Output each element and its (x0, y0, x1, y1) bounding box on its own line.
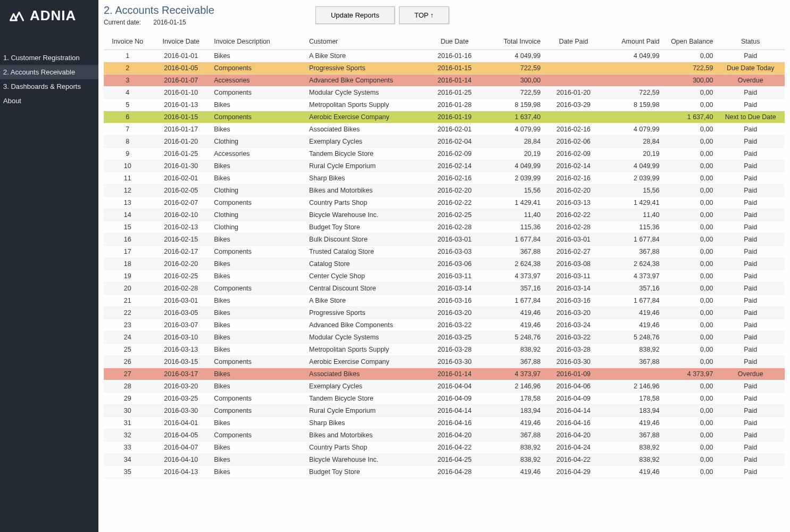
cell-open: 0,00 (663, 148, 717, 160)
table-row[interactable]: 102016-01-30BikesRural Cycle Emporium201… (104, 160, 785, 172)
table-row[interactable]: 172016-02-17ComponentsTrusted Catalog St… (104, 246, 785, 258)
table-row[interactable]: 32016-01-07AccessoriesAdvanced Bike Comp… (104, 74, 785, 87)
cell-open: 0,00 (663, 87, 717, 99)
column-header[interactable]: Invoice Description (211, 36, 306, 50)
table-row[interactable]: 142016-02-10ClothingBicycle Warehouse In… (104, 209, 785, 221)
cell-idate: 2016-03-01 (151, 295, 211, 307)
top-button[interactable]: TOP ↑ (399, 6, 449, 24)
cell-amtpaid: 11,40 (603, 209, 663, 221)
cell-idate: 2016-02-20 (151, 258, 211, 270)
column-header[interactable]: Due Date (425, 36, 485, 50)
cell-total: 15,56 (484, 185, 544, 197)
table-row[interactable]: 112016-02-01BikesSharp Bikes2016-02-162 … (104, 172, 785, 185)
table-row[interactable]: 332016-04-07BikesCountry Parts Shop2016-… (104, 442, 785, 454)
table-row[interactable]: 22016-01-05ComponentsProgressive Sports2… (104, 62, 785, 74)
table-row[interactable]: 262016-03-15ComponentsAerobic Exercise C… (104, 356, 785, 368)
cell-amtpaid: 838,92 (603, 442, 663, 454)
current-date-row: Current date: 2016-01-15 (104, 19, 214, 26)
table-row[interactable]: 212016-03-01BikesA Bike Store2016-03-161… (104, 295, 785, 307)
table-row[interactable]: 62016-01-15ComponentsAerobic Exercise Co… (104, 111, 785, 123)
column-header[interactable]: Status (716, 36, 785, 50)
table-row[interactable]: 222016-03-05BikesProgressive Sports2016-… (104, 307, 785, 319)
cell-cust: Center Cycle Shop (306, 270, 425, 282)
cell-status: Paid (716, 380, 785, 393)
nav-item-0[interactable]: 1. Customer Registration (0, 51, 98, 65)
cell-open: 0,00 (663, 319, 717, 331)
nav-item-1[interactable]: 2. Accounts Receivable (0, 65, 98, 79)
column-header[interactable]: Open Balance (663, 36, 717, 50)
cell-total: 28,84 (484, 136, 544, 148)
column-header[interactable]: Customer (306, 36, 425, 50)
cell-no: 8 (104, 136, 151, 148)
cell-amtpaid: 2 624,38 (603, 258, 663, 270)
table-row[interactable]: 342016-04-10BikesBicycle Warehouse Inc.2… (104, 454, 785, 466)
cell-amtpaid (603, 62, 663, 74)
table-row[interactable]: 132016-02-07ComponentsCountry Parts Shop… (104, 197, 785, 209)
table-row[interactable]: 162016-02-15BikesBulk Discount Store2016… (104, 234, 785, 246)
cell-open: 0,00 (663, 344, 717, 356)
cell-idate: 2016-01-17 (151, 123, 211, 136)
cell-total: 4 049,99 (484, 50, 544, 62)
table-wrapper[interactable]: Invoice NoInvoice DateInvoice Descriptio… (98, 36, 790, 532)
column-header[interactable]: Date Paid (544, 36, 603, 50)
column-header[interactable]: Invoice Date (151, 36, 211, 50)
table-row[interactable]: 192016-02-25BikesCenter Cycle Shop2016-0… (104, 270, 785, 282)
table-row[interactable]: 232016-03-07BikesAdvanced Bike Component… (104, 319, 785, 331)
cell-desc: Components (211, 356, 306, 368)
table-row[interactable]: 152016-02-13ClothingBudget Toy Store2016… (104, 221, 785, 234)
cell-desc: Bikes (211, 417, 306, 429)
column-header[interactable]: Total Invoice (484, 36, 544, 50)
cell-total: 4 049,99 (484, 160, 544, 172)
table-row[interactable]: 322016-04-05ComponentsBikes and Motorbik… (104, 429, 785, 442)
table-row[interactable]: 302016-03-30ComponentsRural Cycle Empori… (104, 405, 785, 417)
table-row[interactable]: 122016-02-05ClothingBikes and Motorbikes… (104, 185, 785, 197)
column-header[interactable]: Amount Paid (603, 36, 663, 50)
column-header[interactable]: Invoice No (104, 36, 151, 50)
cell-desc: Bikes (211, 368, 306, 380)
table-row[interactable]: 202016-02-28ComponentsCentral Discount S… (104, 282, 785, 295)
cell-idate: 2016-03-25 (151, 393, 211, 405)
cell-total: 419,46 (484, 319, 544, 331)
table-row[interactable]: 92016-01-25AccessoriesTandem Bicycle Sto… (104, 148, 785, 160)
table-row[interactable]: 252016-03-13BikesMetropolitan Sports Sup… (104, 344, 785, 356)
cell-cust: Metropolitan Sports Supply (306, 99, 425, 111)
cell-due: 2016-03-28 (425, 344, 485, 356)
cell-desc: Clothing (211, 221, 306, 234)
cell-open: 0,00 (663, 50, 717, 62)
table-row[interactable]: 42016-01-10ComponentsModular Cycle Syste… (104, 87, 785, 99)
cell-open: 0,00 (663, 331, 717, 344)
cell-cust: Associated Bikes (306, 368, 425, 380)
cell-no: 17 (104, 246, 151, 258)
table-row[interactable]: 52016-01-13BikesMetropolitan Sports Supp… (104, 99, 785, 111)
cell-cust: Bicycle Warehouse Inc. (306, 209, 425, 221)
table-row[interactable]: 72016-01-17BikesAssociated Bikes2016-02-… (104, 123, 785, 136)
cell-total: 367,88 (484, 429, 544, 442)
cell-no: 1 (104, 50, 151, 62)
cell-open: 0,00 (663, 209, 717, 221)
cell-total: 722,59 (484, 62, 544, 74)
table-row[interactable]: 272016-03-17BikesAssociated Bikes2016-01… (104, 368, 785, 380)
cell-idate: 2016-04-13 (151, 466, 211, 478)
cell-amtpaid: 419,46 (603, 417, 663, 429)
nav-item-3[interactable]: About (0, 94, 98, 108)
cell-amtpaid: 367,88 (603, 356, 663, 368)
table-row[interactable]: 282016-03-20BikesExemplary Cycles2016-04… (104, 380, 785, 393)
table-row[interactable]: 12016-01-01BikesA Bike Store2016-01-164 … (104, 50, 785, 62)
table-row[interactable]: 182016-02-20BikesCatalog Store2016-03-06… (104, 258, 785, 270)
cell-desc: Bikes (211, 172, 306, 185)
nav-item-2[interactable]: 3. Dashboards & Reports (0, 79, 98, 94)
cell-no: 23 (104, 319, 151, 331)
table-row[interactable]: 242016-03-10BikesModular Cycle Systems20… (104, 331, 785, 344)
nav: 1. Customer Registration2. Accounts Rece… (0, 51, 98, 108)
table-row[interactable]: 312016-04-01BikesSharp Bikes2016-04-1641… (104, 417, 785, 429)
cell-cust: Bikes and Motorbikes (306, 185, 425, 197)
cell-no: 11 (104, 172, 151, 185)
cell-open: 722,59 (663, 62, 717, 74)
update-reports-button[interactable]: Update Reports (315, 6, 395, 24)
cell-due: 2016-04-04 (425, 380, 485, 393)
cell-status: Paid (716, 417, 785, 429)
table-row[interactable]: 292016-03-25ComponentsTandem Bicycle Sto… (104, 393, 785, 405)
table-row[interactable]: 82016-01-20ClothingExemplary Cycles2016-… (104, 136, 785, 148)
cell-paiddate: 2016-02-20 (544, 185, 603, 197)
table-row[interactable]: 352016-04-13BikesBudget Toy Store2016-04… (104, 466, 785, 478)
